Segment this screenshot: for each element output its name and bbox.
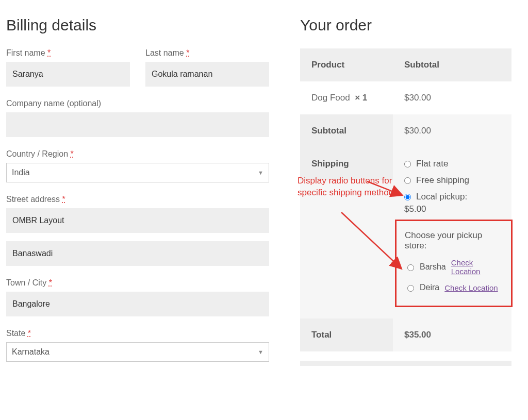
order-heading: Your order bbox=[300, 16, 512, 34]
shipping-label: Shipping bbox=[300, 147, 393, 180]
ship-free-radio[interactable] bbox=[404, 177, 411, 184]
order-panel: Your order Display radio buttons for spe… bbox=[300, 6, 512, 366]
country-label: Country / Region * bbox=[6, 149, 269, 159]
col-product: Product bbox=[300, 48, 393, 81]
city-label: Town / City * bbox=[6, 278, 269, 288]
order-table: Product Subtotal Dog Food × 1 $30.00 Sub… bbox=[300, 48, 512, 351]
company-label: Company name (optional) bbox=[6, 99, 269, 108]
ship-local-radio[interactable] bbox=[404, 194, 411, 200]
billing-panel: Billing details First name * Last name *… bbox=[6, 6, 269, 366]
city-input[interactable] bbox=[6, 292, 269, 316]
pickup-title: Choose your pickup store: bbox=[405, 230, 503, 251]
order-item-row: Dog Food × 1 $30.00 bbox=[300, 81, 512, 114]
store-barsha-radio[interactable] bbox=[407, 264, 414, 271]
item-name: Dog Food bbox=[311, 93, 350, 103]
chevron-down-icon: ▼ bbox=[258, 170, 263, 176]
billing-heading: Billing details bbox=[6, 16, 269, 34]
state-label: State * bbox=[6, 329, 269, 338]
total-value: $35.00 bbox=[393, 318, 512, 351]
last-name-input[interactable] bbox=[145, 62, 269, 87]
chevron-down-icon: ▼ bbox=[258, 349, 263, 355]
state-select[interactable]: Karnataka ▼ bbox=[6, 342, 269, 362]
street2-input[interactable] bbox=[6, 241, 269, 266]
pickup-store-deira[interactable]: Deira Check Location bbox=[405, 283, 503, 292]
order-header-row: Product Subtotal bbox=[300, 48, 512, 81]
shipping-row: Shipping Flat rate Free shipping bbox=[300, 147, 512, 318]
item-price: $30.00 bbox=[393, 81, 512, 114]
company-input[interactable] bbox=[6, 112, 269, 137]
first-name-input[interactable] bbox=[6, 62, 130, 87]
subtotal-value: $30.00 bbox=[393, 114, 512, 147]
first-name-label: First name * bbox=[6, 48, 130, 58]
col-subtotal: Subtotal bbox=[393, 48, 512, 81]
deira-check-location-link[interactable]: Check Location bbox=[444, 283, 498, 292]
ship-flat-radio[interactable] bbox=[404, 161, 411, 167]
street1-input[interactable] bbox=[6, 208, 269, 233]
total-row: Total $35.00 bbox=[300, 318, 512, 351]
ship-local-price: $5.00 bbox=[404, 204, 506, 214]
item-qty: × 1 bbox=[355, 93, 367, 103]
subtotal-row: Subtotal $30.00 bbox=[300, 114, 512, 147]
ship-flat-option[interactable]: Flat rate bbox=[404, 159, 506, 169]
last-name-label: Last name * bbox=[145, 48, 269, 58]
state-select-value: Karnataka bbox=[12, 347, 50, 357]
subtotal-label: Subtotal bbox=[300, 114, 393, 147]
barsha-check-location-link[interactable]: Check Location bbox=[451, 258, 503, 276]
ship-free-option[interactable]: Free shipping bbox=[404, 175, 506, 186]
country-select-value: India bbox=[12, 168, 30, 177]
pickup-store-barsha[interactable]: Barsha Check Location bbox=[405, 258, 503, 276]
store-deira-radio[interactable] bbox=[407, 285, 414, 292]
ship-local-option[interactable]: Local pickup: bbox=[404, 192, 506, 202]
shipping-options: Flat rate Free shipping Local pickup: bbox=[404, 159, 506, 202]
country-select[interactable]: India ▼ bbox=[6, 163, 269, 182]
next-section-stub bbox=[300, 361, 512, 366]
total-label: Total bbox=[300, 318, 393, 351]
street-label: Street address * bbox=[6, 195, 269, 204]
pickup-store-box: Choose your pickup store: Barsha Check L… bbox=[395, 220, 513, 307]
